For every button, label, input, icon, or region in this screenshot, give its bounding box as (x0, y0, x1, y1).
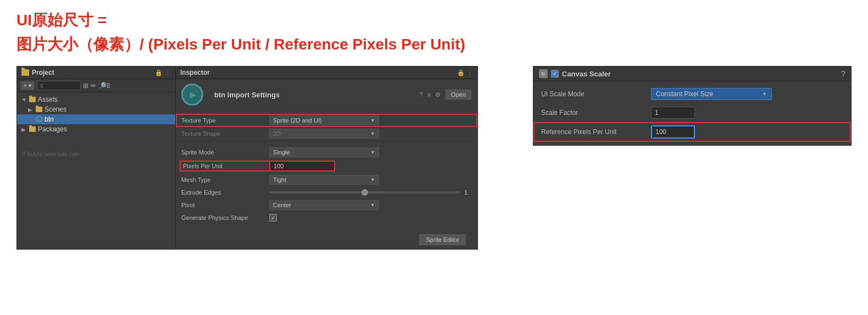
search-input[interactable] (37, 81, 81, 90)
chevron-down-icon: ▼ (370, 118, 375, 123)
inspector-lock-icon[interactable]: 🔒 (457, 69, 465, 76)
tree-item-packages[interactable]: ▶ Packages (17, 124, 175, 134)
ui-scale-mode-text: Constant Pixel Size (656, 90, 713, 98)
pivot-label: Pivot (181, 202, 269, 208)
header-section: UI原始尺寸 = 图片大小（像素）/ (Pixels Per Unit / Re… (0, 0, 868, 60)
expand-arrow: ▼ (21, 97, 27, 103)
edit-icon[interactable]: ✏ (91, 82, 96, 90)
add-button[interactable]: + ▾ (20, 81, 35, 90)
open-button[interactable]: Open (445, 89, 472, 100)
generate-physics-row: Generate Physics Shape ✓ (176, 212, 477, 224)
reference-pixels-label: Reference Pixels Per Unit (541, 128, 651, 136)
scale-factor-row: Scale Factor (533, 103, 851, 122)
gear-icon[interactable]: ⚙ (435, 91, 441, 98)
scale-factor-input[interactable] (651, 107, 695, 119)
tree-item-btn[interactable]: btn (17, 114, 175, 124)
ui-scale-mode-dropdown[interactable]: Constant Pixel Size ▼ (651, 88, 772, 100)
inspector-title-bar: Inspector 🔒 ⋮ (176, 67, 477, 79)
project-toolbar: + ▾ ⊞ ✏ 🔎8 (17, 79, 175, 92)
canvas-title-left: ⊞ ✓ Canvas Scaler (539, 69, 611, 78)
project-title-label: Project (32, 69, 54, 76)
slider-thumb[interactable] (361, 189, 368, 196)
inspector-panel-icons: 🔒 ⋮ (457, 69, 473, 76)
pixels-per-unit-value (269, 161, 472, 172)
texture-shape-dropdown[interactable]: 2D ▼ (269, 129, 379, 139)
sprite-mode-text: Single (273, 149, 290, 156)
tree-item-assets[interactable]: ▼ Assets (17, 95, 175, 104)
inspector-menu-icon[interactable]: ⋮ (467, 69, 473, 76)
project-title: Project (21, 69, 54, 76)
lock-icon[interactable]: 🔒 (155, 69, 163, 76)
asset-title: btn Import Settings (214, 91, 280, 99)
scale-factor-label: Scale Factor (541, 109, 651, 117)
inspector-fields: Texture Type Sprite (2D and UI) ▼ Textur… (176, 110, 477, 227)
left-panel: Project 🔒 ⋮ + ▾ ⊞ ✏ 🔎8 ▼ Assets (16, 66, 500, 250)
project-tree: ▼ Assets ▶ Scenes btn ▶ (17, 92, 175, 136)
canvas-icon: ⊞ (539, 69, 548, 78)
panels-container: Project 🔒 ⋮ + ▾ ⊞ ✏ 🔎8 ▼ Assets (0, 66, 868, 250)
project-panel-icons: 🔒 ⋮ (155, 69, 171, 76)
chevron-down-icon-3: ▼ (370, 150, 375, 155)
pixels-per-unit-input[interactable] (269, 161, 335, 172)
extrude-value: 1 (464, 189, 472, 196)
expand-arrow-scenes: ▶ (28, 107, 34, 113)
mesh-type-row: Mesh Type Tight ▼ (176, 173, 477, 186)
extrude-edges-value: 1 (269, 189, 472, 196)
sprite-mode-label: Sprite Mode (181, 149, 269, 156)
texture-shape-value: 2D ▼ (269, 129, 472, 139)
asset-header: btn Import Settings ? ≡ ⚙ Open (176, 79, 477, 110)
canvas-enabled-checkbox[interactable]: ✓ (551, 70, 559, 78)
texture-type-dropdown[interactable]: Sprite (2D and UI) ▼ (269, 115, 379, 125)
ui-scale-mode-value: Constant Pixel Size ▼ (651, 88, 843, 100)
pixels-per-unit-label: Pixels Per Unit (181, 162, 269, 170)
chevron-down-icon-5: ▼ (370, 202, 375, 208)
extrude-edges-label: Extrude Edges (181, 189, 269, 196)
sprite-mode-dropdown[interactable]: Single ▼ (269, 147, 379, 157)
mesh-type-dropdown[interactable]: Tight ▼ (269, 175, 379, 185)
asset-preview-icon (181, 84, 203, 106)
folder-icon-scenes (36, 107, 42, 112)
pivot-dropdown[interactable]: Center ▼ (269, 200, 379, 210)
physics-checkbox[interactable]: ✓ (269, 214, 277, 222)
chevron-down-icon-4: ▼ (370, 177, 375, 183)
inspector-title: Inspector (180, 69, 210, 76)
layout-icon[interactable]: ⊞ (83, 82, 88, 90)
field-divider (176, 141, 477, 145)
mesh-type-value: Tight ▼ (269, 175, 472, 185)
texture-type-label: Texture Type (181, 117, 269, 124)
pivot-text: Center (273, 202, 291, 208)
texture-shape-text: 2D (273, 130, 281, 137)
tree-label-btn: btn (44, 115, 54, 123)
sprite-mode-value: Single ▼ (269, 147, 472, 157)
menu-icon[interactable]: ⋮ (165, 69, 171, 76)
expand-arrow-packages: ▶ (21, 126, 27, 132)
mesh-type-label: Mesh Type (181, 176, 269, 183)
project-title-bar: Project 🔒 ⋮ (17, 67, 175, 79)
texture-shape-label: Texture Shape (181, 130, 269, 137)
help-icon[interactable]: ? (420, 91, 423, 98)
sprite-editor-container: Sprite Editor (176, 227, 477, 234)
reference-pixels-value (651, 125, 843, 139)
tree-item-scenes[interactable]: ▶ Scenes (17, 104, 175, 114)
folder-icon-assets (29, 97, 36, 102)
folder-icon-packages (29, 126, 36, 132)
canvas-help-icon[interactable]: ? (841, 69, 845, 78)
reference-pixels-input[interactable] (651, 125, 695, 139)
project-panel: Project 🔒 ⋮ + ▾ ⊞ ✏ 🔎8 ▼ Assets (16, 66, 176, 250)
settings-icon[interactable]: ≡ (427, 91, 431, 98)
canvas-scaler-panel: ⊞ ✓ Canvas Scaler ? UI Scale Mode Consta… (533, 66, 852, 146)
texture-shape-row: Texture Shape 2D ▼ (176, 127, 477, 140)
search-count-icon[interactable]: 🔎8 (98, 82, 110, 90)
generate-physics-value: ✓ (269, 214, 472, 222)
sprite-editor-button[interactable]: Sprite Editor (419, 234, 466, 246)
slider-track[interactable] (269, 191, 460, 194)
inspector-panel: Inspector 🔒 ⋮ btn Import Settings ? ≡ ⚙ … (176, 66, 478, 250)
ui-scale-mode-row: UI Scale Mode Constant Pixel Size ▼ (533, 85, 851, 103)
extrude-slider: 1 (269, 189, 472, 196)
pivot-value: Center ▼ (269, 200, 472, 210)
pixels-per-unit-row: Pixels Per Unit (176, 159, 477, 173)
scale-factor-value (651, 107, 843, 119)
mesh-type-text: Tight (273, 176, 286, 183)
generate-physics-label: Generate Physics Shape (181, 214, 269, 221)
canvas-fields: UI Scale Mode Constant Pixel Size ▼ Scal… (533, 81, 851, 145)
